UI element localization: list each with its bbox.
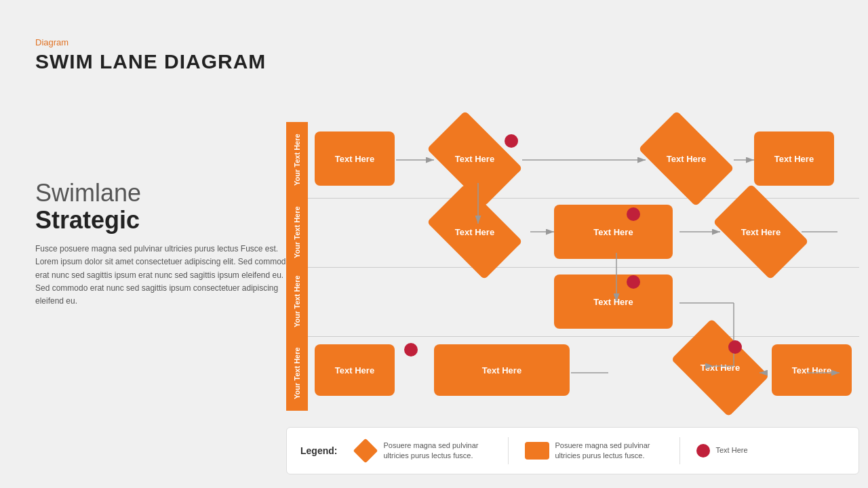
row1-diamond2[interactable]: Text Here	[646, 131, 727, 186]
dot-row4-rect1	[404, 343, 418, 357]
row4-diamond1[interactable]: Text Here	[679, 339, 761, 396]
strategic-label: Strategic	[35, 207, 300, 234]
row2-diamond2[interactable]: Text Here	[720, 205, 802, 259]
legend-diamond-text: Posuere magna sed pulvinar ultricies pur…	[383, 441, 492, 462]
row2-diamond1[interactable]: Text Here	[434, 205, 515, 259]
lane-label-1: Your Text Here	[286, 122, 308, 198]
page: Diagram SWIM LANE DIAGRAM Swimlane Strat…	[0, 0, 868, 488]
legend-rect-item: Posuere magna sed pulvinar ultricies pur…	[525, 441, 663, 462]
legend-diamond-icon	[353, 442, 378, 460]
dot-row3-rect1	[627, 275, 640, 289]
legend-divider-1	[508, 437, 509, 464]
header-label: Diagram	[35, 37, 266, 47]
swimlane-label: Swimlane	[35, 180, 300, 207]
dot-row1-diamond1	[505, 134, 518, 148]
legend-diamond-item: Posuere magna sed pulvinar ultricies pur…	[353, 441, 492, 462]
diagram-area: Your Text Here Your Text Here Your Text …	[286, 122, 859, 427]
legend-circle-item: Text Here	[696, 444, 747, 458]
legend-rect-icon	[525, 442, 549, 460]
lane-label-3: Your Text Here	[286, 267, 308, 336]
dot-row4-diamond1	[728, 340, 742, 354]
row4-rect3[interactable]: Text Here	[772, 344, 852, 396]
legend-circle-text: Text Here	[715, 445, 747, 455]
legend-rect-text: Posuere magna sed pulvinar ultricies pur…	[555, 441, 663, 462]
row3-rect1[interactable]: Text Here	[554, 274, 673, 329]
lane-divider-3	[308, 336, 859, 337]
lane-divider-1	[308, 198, 859, 199]
legend-label: Legend:	[300, 445, 337, 456]
page-title: SWIM LANE DIAGRAM	[35, 50, 266, 73]
row4-rect1[interactable]: Text Here	[315, 344, 395, 396]
lane-label-2: Your Text Here	[286, 198, 308, 267]
legend: Legend: Posuere magna sed pulvinar ultri…	[286, 427, 859, 474]
left-panel: Swimlane Strategic Fusce posuere magna s…	[35, 180, 300, 308]
header: Diagram SWIM LANE DIAGRAM	[35, 37, 266, 73]
legend-circle-icon	[696, 444, 710, 458]
description-text: Fusce posuere magna sed pulvinar ultrici…	[35, 243, 300, 308]
dot-row2-rect1	[627, 207, 640, 221]
row1-rect2[interactable]: Text Here	[754, 131, 834, 186]
legend-divider-2	[679, 437, 680, 464]
row1-diamond1[interactable]: Text Here	[434, 131, 515, 186]
lane-label-4: Your Text Here	[286, 336, 308, 411]
row4-rect2[interactable]: Text Here	[434, 344, 570, 396]
row2-rect1[interactable]: Text Here	[554, 205, 673, 259]
row1-rect1[interactable]: Text Here	[315, 131, 395, 186]
